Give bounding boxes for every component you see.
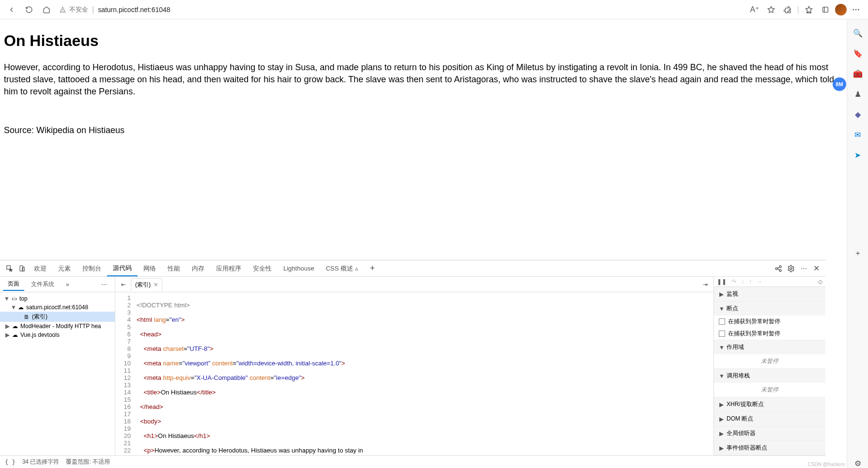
tree-domain[interactable]: ▼☁saturn.picoctf.net:61048 (0, 303, 115, 312)
office-icon[interactable]: ◆ (853, 109, 863, 119)
svg-point-11 (790, 268, 792, 270)
close-tab-icon[interactable]: ✕ (154, 282, 158, 288)
panel-xhr[interactable]: ▶XHR/提取断点 (714, 397, 825, 411)
devtools-tabs: 欢迎 元素 控制台 源代码 网络 性能 内存 应用程序 安全性 Lighthou… (0, 260, 825, 277)
svg-point-8 (779, 270, 781, 272)
file-tab-index[interactable]: (索引)✕ (131, 278, 162, 291)
download-badge[interactable]: 8M (833, 77, 846, 91)
more-tools-icon[interactable]: ⋯ (797, 262, 810, 275)
tab-security[interactable]: 安全性 (247, 260, 278, 276)
sidebar-settings-icon[interactable]: ⚙ (853, 458, 863, 468)
settings-icon[interactable] (785, 262, 797, 275)
step-icon[interactable]: → (757, 278, 762, 285)
send-icon[interactable]: ➤ (853, 150, 863, 160)
refresh-button[interactable] (22, 3, 36, 16)
security-label: 不安全 (69, 5, 88, 14)
device-icon[interactable] (16, 262, 28, 275)
tab-welcome[interactable]: 欢迎 (28, 260, 52, 276)
tree-ext-vue[interactable]: ▶☁Vue.js devtools (0, 331, 115, 339)
games-icon[interactable]: ♟ (853, 89, 863, 99)
panel-breakpoints[interactable]: ▼断点 (714, 302, 825, 316)
code-lines[interactable]: <!DOCTYPE html> <html lang="en"> <head> … (135, 292, 713, 455)
step-out-icon[interactable]: ↑ (749, 278, 752, 285)
status-selection: 34 已选择字符 (22, 458, 60, 466)
address-separator: | (92, 5, 94, 14)
line-gutter: 1234567891011121314151617181920212223 (115, 292, 135, 455)
sources-navigator: 页面 文件系统 » ⋯ ▼▭top ▼☁saturn.picoctf.net:6… (0, 277, 115, 455)
address-bar[interactable]: 不安全 | saturn.picoctf.net:61048 (59, 5, 170, 14)
more-menu-icon[interactable]: ⋯ (850, 3, 863, 16)
panel-global[interactable]: ▶全局侦听器 (714, 426, 825, 440)
inspect-icon[interactable] (3, 262, 16, 275)
tab-css-overview[interactable]: CSS 概述 ▵ (320, 260, 364, 276)
debugger-pane: ❚❚ ↷ ↓ ↑ → ◇ ▶监视 ▼断点 在捕获到异常时暂停 在捕获到异常时暂停 (714, 277, 825, 455)
svg-line-10 (777, 269, 779, 270)
devtools-status-bar: { } 34 已选择字符 覆盖范围: 不适用 (0, 455, 825, 468)
panel-dom[interactable]: ▶DOM 断点 (714, 412, 825, 426)
devtools-panel: 欢迎 元素 控制台 源代码 网络 性能 内存 应用程序 安全性 Lighthou… (0, 260, 825, 468)
pretty-print-icon[interactable]: { } (5, 459, 16, 466)
tools-icon[interactable]: 🧰 (853, 69, 863, 78)
pause-on-exception-1[interactable]: 在捕获到异常时暂停 (714, 316, 825, 328)
tab-performance[interactable]: 性能 (162, 260, 186, 276)
page-content: On Histiaeus However, according to Herod… (0, 19, 847, 468)
tab-memory[interactable]: 内存 (186, 260, 210, 276)
favorites-bar-icon[interactable] (802, 3, 816, 16)
svg-rect-1 (823, 7, 828, 12)
outlook-icon[interactable]: ✉ (853, 130, 863, 139)
back-button[interactable] (5, 3, 18, 16)
panel-callstack[interactable]: ▼调用堆栈 (714, 369, 825, 383)
deactivate-bp-icon[interactable]: ◇ (818, 278, 822, 285)
tab-network[interactable]: 网络 (138, 260, 162, 276)
callstack-empty: 未暂停 (714, 383, 825, 397)
shopping-icon[interactable]: 🔖 (853, 48, 863, 58)
nav-tab-more[interactable]: » (61, 279, 74, 290)
code-area[interactable]: 1234567891011121314151617181920212223 <!… (115, 292, 713, 455)
page-source: Source: Wikipedia on Histiaeus (4, 124, 843, 136)
tab-console[interactable]: 控制台 (77, 260, 107, 276)
tree-ext-modheader[interactable]: ▶☁ModHeader - Modify HTTP hea (0, 322, 115, 331)
security-status[interactable]: 不安全 (59, 5, 88, 14)
search-icon[interactable]: 🔍 (853, 28, 863, 38)
step-into-icon[interactable]: ↓ (741, 278, 744, 285)
home-button[interactable] (40, 3, 53, 16)
close-devtools-icon[interactable]: ✕ (810, 262, 822, 275)
tab-lighthouse[interactable]: Lighthouse (278, 260, 320, 276)
toggle-navigator-icon[interactable]: ⇤ (117, 278, 130, 291)
edge-sidebar: 🔍 🔖 🧰 ♟ ◆ ✉ ➤ ＋ ⚙ (847, 19, 868, 468)
browser-toolbar: 不安全 | saturn.picoctf.net:61048 A⁺ | ⋯ (0, 0, 868, 19)
nav-tab-page[interactable]: 页面 (3, 278, 24, 291)
pause-icon[interactable]: ❚❚ (717, 278, 727, 285)
tree-top[interactable]: ▼▭top (0, 294, 115, 303)
panel-event[interactable]: ▶事件侦听器断点 (714, 441, 825, 455)
favorite-icon[interactable] (764, 3, 778, 16)
tree-index[interactable]: 🗎(索引) (0, 312, 115, 322)
tab-elements[interactable]: 元素 (52, 260, 77, 276)
panel-scope[interactable]: ▼作用域 (714, 340, 825, 354)
panel-watch[interactable]: ▶监视 (714, 287, 825, 301)
read-aloud-icon[interactable]: A⁺ (748, 3, 761, 16)
collections-icon[interactable] (819, 3, 832, 16)
svg-point-6 (775, 268, 777, 270)
profile-avatar[interactable] (835, 4, 847, 15)
add-sidebar-icon[interactable]: ＋ (853, 248, 863, 258)
toggle-debugger-icon[interactable]: ⇥ (699, 278, 712, 291)
tab-add[interactable]: + (364, 260, 381, 276)
tab-application[interactable]: 应用程序 (210, 260, 247, 276)
url-text: saturn.picoctf.net:61048 (98, 6, 170, 14)
nav-tab-menu[interactable]: ⋯ (96, 279, 112, 290)
source-editor: ⇤ (索引)✕ ⇥ 123456789101112131415161718192… (115, 277, 714, 455)
svg-line-9 (777, 267, 779, 268)
tab-sources[interactable]: 源代码 (107, 260, 138, 276)
page-body: However, according to Herodotus, Histiae… (4, 61, 843, 98)
watermark: CSDN @huckers (808, 462, 845, 467)
pause-on-exception-2[interactable]: 在捕获到异常时暂停 (714, 328, 825, 340)
toolbar-right: A⁺ | ⋯ (748, 3, 863, 16)
nav-tab-filesystem[interactable]: 文件系统 (26, 278, 59, 290)
svg-point-7 (779, 266, 781, 268)
step-over-icon[interactable]: ↷ (731, 278, 736, 285)
status-coverage: 覆盖范围: 不适用 (66, 458, 110, 466)
page-title: On Histiaeus (4, 32, 843, 50)
extensions-icon[interactable] (781, 3, 794, 16)
issues-icon[interactable] (772, 262, 785, 275)
